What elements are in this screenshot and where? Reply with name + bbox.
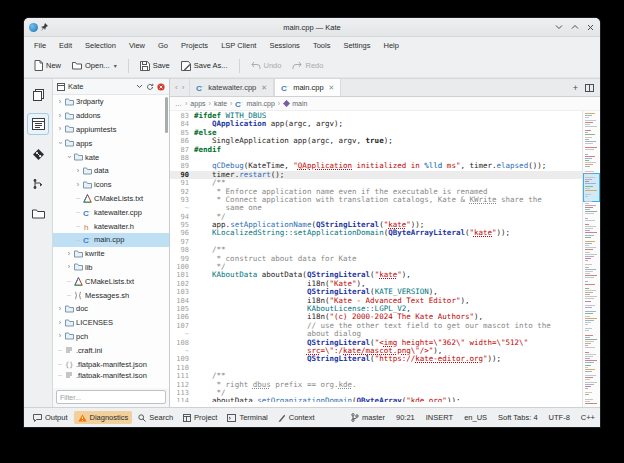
- code-line-113[interactable]: 113 */: [170, 389, 582, 397]
- save-button[interactable]: Save: [137, 59, 173, 73]
- code-line-111[interactable]: 111 /**: [170, 372, 582, 380]
- code-line-105[interactable]: 105 KAboutLicense::LGPL_V2,: [170, 305, 582, 313]
- code-line-93[interactable]: 93 * Connect application with translatio…: [170, 196, 582, 204]
- statusbar-highlight-mode[interactable]: C++: [581, 413, 595, 422]
- statusbar-cursor-position[interactable]: 90:21: [396, 413, 415, 422]
- code-view[interactable]: 83#ifdef WITH_DBUS84 QApplication app(ar…: [170, 111, 582, 407]
- code-line-83[interactable]: 83#ifdef WITH_DBUS: [170, 112, 582, 120]
- code-line-100[interactable]: 100 */: [170, 263, 582, 271]
- undo-button[interactable]: Undo: [248, 59, 285, 72]
- expand-arrow-icon[interactable]: ›: [74, 181, 82, 189]
- toolview-button-project[interactable]: Project: [179, 411, 221, 424]
- close-button[interactable]: [586, 23, 595, 32]
- code-line-89[interactable]: 89 qCDebug(KateTime, "QApplication initi…: [170, 162, 582, 170]
- statusbar-encoding[interactable]: UTF-8: [549, 413, 570, 422]
- minimap-scrollbar[interactable]: [582, 111, 600, 407]
- git-toolview-button[interactable]: [28, 144, 48, 164]
- expand-arrow-icon[interactable]: ›: [56, 305, 64, 313]
- tree-item-katewaiter.cpp[interactable]: –C..katewaiter.cpp: [53, 205, 169, 219]
- expand-arrow-icon[interactable]: ›: [74, 167, 82, 175]
- expand-arrow-icon[interactable]: ›: [56, 98, 64, 106]
- code-line-98[interactable]: 98 /**: [170, 246, 582, 254]
- breadcrumb-item-apps[interactable]: apps: [190, 100, 205, 107]
- code-line-104[interactable]: 104 i18n("Kate - Advanced Text Editor"),: [170, 297, 582, 305]
- project-list-toolview-button[interactable]: [28, 114, 48, 134]
- statusbar-tab-mode[interactable]: Soft Tabs: 4: [498, 413, 537, 422]
- code-line-99[interactable]: 99 * construct about data for Kate: [170, 255, 582, 263]
- collapse-arrow-icon[interactable]: ›: [65, 153, 73, 161]
- titlebar[interactable]: main.cpp — Kate: [24, 18, 600, 37]
- menu-help[interactable]: Help: [384, 41, 399, 50]
- tab-katewaiter.cpp[interactable]: C..katewaiter.cpp✕: [189, 79, 274, 96]
- code-line-114[interactable]: 114 aboutData.setOrganizationDomain(QByt…: [170, 397, 582, 402]
- close-tab-icon[interactable]: ✕: [329, 84, 335, 92]
- new-button[interactable]: New: [31, 58, 64, 73]
- code-line-107[interactable]: 107 // use the other text field to get o…: [170, 322, 582, 330]
- close-tab-icon[interactable]: ✕: [261, 84, 267, 92]
- toolview-button-output[interactable]: Output: [29, 411, 72, 424]
- code-line-108[interactable]: 108 QStringLiteral("<img height=\"362\" …: [170, 339, 582, 347]
- tree-item-messages.sh[interactable]: –Messages.sh: [53, 288, 169, 302]
- tree-scrollbar[interactable]: [165, 97, 168, 133]
- history-back-button[interactable]: ‹: [175, 83, 178, 92]
- menu-file[interactable]: File: [34, 41, 46, 50]
- tree-item-3rdparty[interactable]: ›3rdparty: [53, 95, 169, 109]
- expand-arrow-icon[interactable]: ›: [56, 125, 64, 133]
- code-line-85[interactable]: 85#else: [170, 129, 582, 137]
- expand-arrow-icon[interactable]: ›: [65, 263, 73, 271]
- new-tab-button[interactable]: +: [573, 83, 578, 93]
- statusbar-git-branch[interactable]: master: [351, 413, 385, 422]
- expand-arrow-icon[interactable]: ›: [56, 332, 64, 340]
- tree-item-cmakelists.txt[interactable]: –CMakeLists.txt: [53, 274, 169, 288]
- toolview-button-search[interactable]: Search: [134, 411, 177, 424]
- save-as-button[interactable]: Save As...: [178, 59, 231, 73]
- code-line-102[interactable]: 102 i18n("Kate"),: [170, 280, 582, 288]
- tree-item-pch[interactable]: ›pch: [53, 330, 169, 344]
- expand-arrow-icon[interactable]: ›: [56, 319, 64, 327]
- breadcrumb-item-kate[interactable]: kate: [214, 100, 227, 107]
- code-line-84[interactable]: 84 QApplication app(argc, argv);: [170, 120, 582, 128]
- menu-view[interactable]: View: [129, 41, 145, 50]
- breadcrumb-item-main.cpp[interactable]: C..main.cpp: [235, 99, 274, 108]
- menu-go[interactable]: Go: [158, 41, 168, 50]
- menu-selection[interactable]: Selection: [85, 41, 116, 50]
- code-line-96[interactable]: 96 KLocalizedString::setApplicationDomai…: [170, 229, 582, 237]
- menu-lsp-client[interactable]: LSP Client: [221, 41, 256, 50]
- code-line-wrap[interactable]: ~ about dialog: [170, 330, 582, 338]
- toolview-button-context[interactable]: Context: [274, 411, 319, 424]
- code-line-wrap[interactable]: ~ src=\":/kate/mascot.png\"/>"),: [170, 347, 582, 355]
- tree-item-apps[interactable]: ›apps: [53, 136, 169, 150]
- tree-item-kwrite[interactable]: ›kwrite: [53, 247, 169, 261]
- menu-settings[interactable]: Settings: [343, 41, 370, 50]
- code-line-wrap[interactable]: ~ same one: [170, 204, 582, 212]
- filesystem-toolview-button[interactable]: [28, 204, 48, 224]
- code-line-88[interactable]: 88: [170, 154, 582, 162]
- menu-edit[interactable]: Edit: [59, 41, 72, 50]
- code-line-97[interactable]: 97: [170, 238, 582, 246]
- tree-item-.craft.ini[interactable]: –.craft.ini: [53, 343, 169, 357]
- tree-item-main.cpp[interactable]: –C..main.cpp: [53, 233, 169, 247]
- menu-tools[interactable]: Tools: [313, 41, 331, 50]
- tree-item-icons[interactable]: ›icons: [53, 178, 169, 192]
- code-line-109[interactable]: 109 QStringLiteral("https://kate-editor.…: [170, 355, 582, 363]
- code-line-90[interactable]: 90 timer.restart();: [170, 171, 582, 179]
- toolview-button-terminal[interactable]: Terminal: [223, 411, 271, 424]
- history-forward-button[interactable]: ›: [182, 83, 185, 92]
- code-line-103[interactable]: 103 QStringLiteral(KATE_VERSION),: [170, 288, 582, 296]
- toolview-button-diagnostics[interactable]: Diagnostics: [74, 411, 133, 424]
- tree-item-katewaiter.h[interactable]: –hkatewaiter.h: [53, 219, 169, 233]
- expand-arrow-icon[interactable]: ›: [65, 250, 73, 258]
- tree-item-lib[interactable]: ›lib: [53, 261, 169, 275]
- code-line-106[interactable]: 106 i18n("(c) 2000-2024 The Kate Authors…: [170, 313, 582, 321]
- breadcrumb-item-main[interactable]: main: [283, 100, 307, 107]
- tree-item-cmakelists.txt[interactable]: –CMakeLists.txt: [53, 192, 169, 206]
- code-line-86[interactable]: 86 SingleApplication app(argc, argv, tru…: [170, 137, 582, 145]
- chevron-down-icon[interactable]: [136, 84, 143, 89]
- tree-item-doc[interactable]: ›doc: [53, 302, 169, 316]
- code-line-92[interactable]: 92 * Enforce application name even if th…: [170, 188, 582, 196]
- collapse-arrow-icon[interactable]: ›: [56, 139, 64, 147]
- minimize-button[interactable]: [554, 23, 563, 32]
- tree-item-.flatpak-manifest.json[interactable]: –.flatpak-manifest.json: [53, 371, 169, 378]
- code-line-112[interactable]: 112 * right dbus prefix == org.kde.: [170, 381, 582, 389]
- statusbar-input-mode[interactable]: INSERT: [426, 413, 453, 422]
